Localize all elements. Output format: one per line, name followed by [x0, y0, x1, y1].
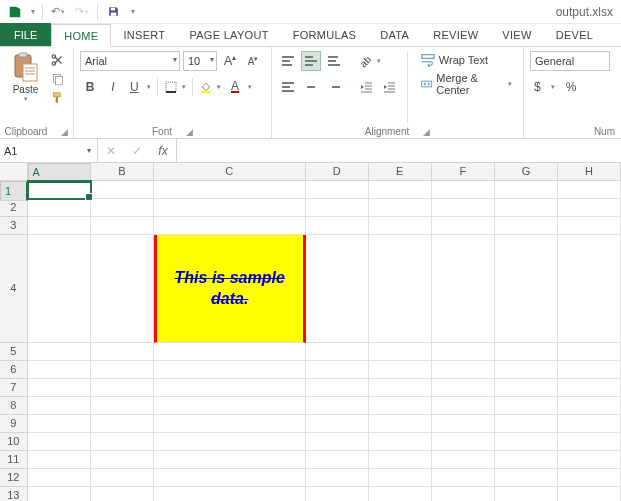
cell[interactable] [306, 469, 369, 487]
cell[interactable] [91, 343, 154, 361]
cell[interactable] [369, 379, 432, 397]
cell[interactable] [28, 487, 91, 501]
cell[interactable] [91, 181, 154, 199]
copy-button[interactable] [49, 71, 67, 87]
font-name-select[interactable]: Arial▾ [80, 51, 180, 71]
format-painter-button[interactable] [49, 90, 67, 106]
cell[interactable] [154, 199, 306, 217]
row-header-6[interactable]: 6 [0, 361, 28, 379]
cell[interactable] [495, 199, 558, 217]
cell[interactable] [369, 199, 432, 217]
dialog-launcher-icon[interactable]: ◢ [186, 127, 193, 137]
paste-button[interactable]: Paste ▾ [6, 50, 45, 125]
save-button[interactable] [102, 2, 124, 22]
cell[interactable] [495, 469, 558, 487]
tab-page-layout[interactable]: PAGE LAYOUT [177, 23, 280, 46]
cell[interactable] [28, 361, 91, 379]
enter-button[interactable]: ✓ [124, 144, 150, 158]
cell[interactable] [495, 181, 558, 199]
cell[interactable] [369, 343, 432, 361]
row-header-8[interactable]: 8 [0, 397, 28, 415]
insert-function-button[interactable]: fx [150, 144, 176, 158]
cell[interactable] [558, 469, 621, 487]
name-box-wrap[interactable]: ▾ [0, 139, 98, 162]
row-header-1[interactable]: 1 [0, 181, 28, 201]
row-header-7[interactable]: 7 [0, 379, 28, 397]
cell[interactable] [28, 199, 91, 217]
cell[interactable] [91, 361, 154, 379]
cell[interactable] [28, 415, 91, 433]
cell[interactable] [306, 235, 369, 343]
col-header-g[interactable]: G [495, 163, 558, 181]
cell[interactable] [495, 379, 558, 397]
cell[interactable] [369, 433, 432, 451]
cell[interactable] [558, 199, 621, 217]
tab-data[interactable]: DATA [368, 23, 421, 46]
cell[interactable] [432, 415, 495, 433]
cell[interactable] [154, 469, 306, 487]
cell[interactable] [432, 199, 495, 217]
cell[interactable] [306, 487, 369, 501]
row-header-10[interactable]: 10 [0, 433, 28, 451]
wrap-text-button[interactable]: Wrap Text [416, 50, 517, 70]
tab-file[interactable]: FILE [0, 23, 51, 46]
cell[interactable] [369, 487, 432, 501]
font-color-button[interactable]: A [227, 77, 255, 97]
cell[interactable] [306, 181, 369, 199]
cell[interactable] [558, 181, 621, 199]
cell[interactable] [154, 361, 306, 379]
cell[interactable] [91, 433, 154, 451]
italic-button[interactable]: I [103, 77, 123, 97]
dialog-launcher-icon[interactable]: ◢ [61, 127, 68, 137]
cell[interactable] [91, 415, 154, 433]
fill-color-button[interactable] [196, 77, 224, 97]
align-top-button[interactable] [278, 51, 298, 71]
cell[interactable] [495, 361, 558, 379]
cell[interactable] [28, 379, 91, 397]
cell[interactable] [432, 451, 495, 469]
cell[interactable] [432, 433, 495, 451]
cell[interactable] [154, 397, 306, 415]
align-center-button[interactable] [301, 77, 321, 97]
tab-formulas[interactable]: FORMULAS [281, 23, 369, 46]
cell[interactable] [558, 361, 621, 379]
cell[interactable] [432, 379, 495, 397]
col-header-b[interactable]: B [91, 163, 154, 181]
cell[interactable] [369, 415, 432, 433]
cell[interactable] [154, 433, 306, 451]
dialog-launcher-icon[interactable]: ◢ [423, 127, 430, 137]
cut-button[interactable] [49, 52, 67, 68]
decrease-indent-button[interactable] [356, 77, 376, 97]
cell[interactable] [154, 217, 306, 235]
cell[interactable] [495, 217, 558, 235]
row-header-2[interactable]: 2 [0, 199, 28, 217]
cell[interactable] [432, 343, 495, 361]
cell[interactable] [432, 361, 495, 379]
cell[interactable] [495, 415, 558, 433]
excel-icon[interactable] [4, 2, 26, 22]
bold-button[interactable]: B [80, 77, 100, 97]
cell[interactable] [369, 469, 432, 487]
cell[interactable] [432, 487, 495, 501]
cell[interactable] [369, 397, 432, 415]
formula-input[interactable] [177, 139, 621, 162]
orientation-button[interactable]: ab [356, 51, 384, 71]
cell[interactable] [432, 217, 495, 235]
cell[interactable] [28, 235, 91, 343]
cell[interactable] [28, 433, 91, 451]
cell[interactable] [154, 487, 306, 501]
undo-button[interactable]: ↶▾ [47, 2, 69, 22]
cell[interactable] [369, 451, 432, 469]
grow-font-button[interactable]: A▴ [220, 51, 240, 71]
name-box[interactable] [4, 145, 93, 157]
cell[interactable] [432, 235, 495, 343]
align-middle-button[interactable] [301, 51, 321, 71]
merge-center-button[interactable]: Merge & Center [416, 74, 517, 94]
cell-c4[interactable]: This is sample data. [154, 235, 306, 343]
align-bottom-button[interactable] [324, 51, 344, 71]
cell[interactable] [495, 343, 558, 361]
increase-indent-button[interactable] [379, 77, 399, 97]
cell[interactable] [558, 415, 621, 433]
cell[interactable] [28, 451, 91, 469]
cell[interactable] [558, 235, 621, 343]
